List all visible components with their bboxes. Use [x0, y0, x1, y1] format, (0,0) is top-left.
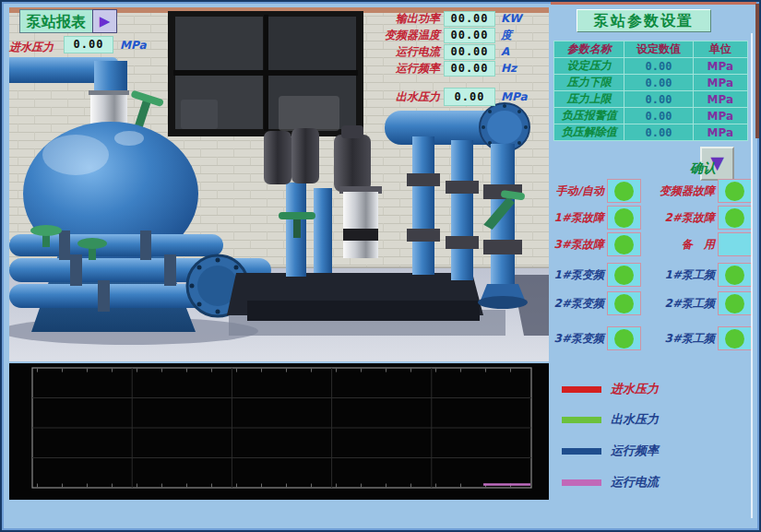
- indicator-row: 手动/自动 变频器故障: [547, 179, 752, 203]
- param-unit: MPa: [693, 58, 747, 75]
- outlet-pressure-label: 出水压力: [374, 89, 440, 105]
- spare-label: 备 用: [645, 237, 715, 253]
- inverter-temp-value: 00.00: [444, 28, 495, 43]
- param-name: 压力下限: [554, 75, 624, 91]
- spare-lamp[interactable]: [718, 232, 752, 256]
- param-value[interactable]: 0.00: [624, 91, 693, 108]
- outlet-pressure-unit: MPa: [501, 90, 528, 103]
- lamp-circle: [614, 208, 634, 228]
- table-row: 设定压力 0.00 MPa: [554, 58, 748, 75]
- run-current-label: 运行电流: [374, 44, 440, 60]
- param-value[interactable]: 0.00: [624, 75, 693, 91]
- pump1-vfd-lamp[interactable]: [607, 263, 641, 287]
- legend-swatch-inlet: [562, 386, 601, 393]
- play-icon[interactable]: ▶: [92, 9, 117, 33]
- output-row: 运行电流 00.00 A: [374, 43, 522, 60]
- param-value[interactable]: 0.00: [624, 108, 693, 124]
- indicator-row: 1#泵故障 2#泵故障: [547, 206, 752, 230]
- param-value[interactable]: 0.00: [624, 124, 693, 141]
- pump2-mains-lamp[interactable]: [718, 291, 752, 315]
- lamp-circle: [725, 182, 744, 201]
- report-button-label[interactable]: 泵站报表: [19, 9, 92, 33]
- param-value[interactable]: 0.00: [624, 58, 693, 75]
- window-reflection: [279, 96, 339, 131]
- param-name: 设定压力: [554, 58, 624, 75]
- header-set-value: 设定数值: [624, 41, 693, 58]
- triangle-down-icon: ▼: [702, 148, 732, 176]
- lamp-circle: [614, 329, 634, 349]
- legend-label-current: 运行电流: [611, 474, 659, 491]
- pump1-mains-label: 1#泵工频: [645, 267, 715, 283]
- table-row: 负压解除值 0.00 MPa: [554, 124, 748, 141]
- param-unit: MPa: [693, 108, 747, 124]
- pump2-fault-lamp[interactable]: [718, 206, 752, 230]
- indicator-row: 3#泵故障 备 用: [547, 232, 752, 256]
- outlet-pressure-row: 出水压力 0.00 MPa: [374, 89, 528, 105]
- run-current-value: 00.00: [444, 44, 495, 60]
- table-row: 压力上限 0.00 MPa: [554, 91, 748, 108]
- indicator-row: 3#泵变频 3#泵工频: [547, 326, 752, 350]
- output-power-label: 输出功率: [374, 11, 440, 27]
- pump1-fault-label: 1#泵故障: [547, 210, 604, 226]
- pump1-fault-lamp[interactable]: [607, 206, 641, 230]
- manual-auto-lamp[interactable]: [607, 179, 641, 203]
- lamp-circle: [725, 294, 744, 313]
- legend-label-outlet: 出水压力: [611, 411, 659, 428]
- report-button[interactable]: 泵站报表 ▶: [19, 9, 117, 33]
- inverter-temp-label: 变频器温度: [374, 28, 440, 43]
- manual-auto-label: 手动/自动: [547, 183, 604, 199]
- indicator-row: 1#泵变频 1#泵工频: [547, 263, 752, 287]
- table-row: 负压报警值 0.00 MPa: [554, 108, 748, 124]
- run-frequency-label: 运行频率: [374, 61, 440, 77]
- output-row: 运行频率 00.00 Hz: [374, 60, 522, 77]
- params-panel-title: 泵站参数设置: [577, 9, 711, 32]
- param-name: 负压报警值: [554, 108, 624, 124]
- pump3-mains-lamp[interactable]: [718, 326, 752, 350]
- pump-station-hmi-screen: 泵站报表 ▶ 进水压力 0.00 MPa 输出功率 00.00 KW 变频器温度…: [0, 0, 761, 532]
- lamp-circle: [614, 294, 634, 313]
- outlet-pressure-value: 0.00: [444, 88, 495, 106]
- run-current-unit: A: [501, 45, 509, 58]
- legend-label-frequency: 运行频率: [611, 443, 659, 459]
- pump-base: [227, 273, 483, 321]
- pump3-fault-lamp[interactable]: [607, 232, 641, 256]
- inlet-pressure-unit: MPa: [120, 39, 147, 52]
- lamp-circle: [725, 329, 744, 349]
- confirm-button[interactable]: ▼: [700, 147, 734, 181]
- param-unit: MPa: [693, 124, 747, 141]
- panel-divider-line: [751, 33, 753, 518]
- table-row: 压力下限 0.00 MPa: [554, 75, 748, 91]
- pump1-vfd-label: 1#泵变频: [547, 267, 604, 283]
- legend-swatch-frequency: [562, 448, 601, 455]
- run-frequency-unit: Hz: [501, 62, 517, 75]
- output-power-unit: KW: [501, 12, 522, 25]
- output-power-value: 00.00: [444, 11, 495, 27]
- lamp-circle: [614, 266, 634, 285]
- pump3-fault-label: 3#泵故障: [547, 237, 604, 253]
- inlet-pressure-label: 进水压力: [9, 40, 54, 55]
- param-name: 负压解除值: [554, 124, 624, 141]
- inverter-fault-label: 变频器故障: [645, 183, 715, 199]
- pump2-fault-label: 2#泵故障: [645, 210, 715, 226]
- pump-chrome-body: [343, 192, 378, 258]
- header-unit: 单位: [693, 41, 747, 58]
- pump3-mains-label: 3#泵工频: [645, 331, 715, 347]
- top-accent-strip: [551, 2, 756, 5]
- run-frequency-value: 00.00: [444, 61, 495, 77]
- pump3-vfd-label: 3#泵变频: [547, 331, 604, 347]
- param-unit: MPa: [693, 91, 747, 108]
- pump2-mains-label: 2#泵工频: [645, 296, 715, 312]
- pump1-mains-lamp[interactable]: [718, 263, 752, 287]
- params-table: 参数名称 设定数值 单位 设定压力 0.00 MPa 压力下限 0.00 MPa…: [553, 41, 748, 141]
- pump2-vfd-lamp[interactable]: [607, 291, 641, 315]
- trend-chart-grid: [9, 363, 549, 500]
- inlet-pressure-value: 0.00: [64, 36, 113, 53]
- lamp-circle: [614, 235, 634, 254]
- inverter-fault-lamp[interactable]: [718, 179, 752, 203]
- lamp-circle: [725, 266, 744, 285]
- legend-swatch-outlet: [562, 417, 601, 423]
- legend-swatch-current: [562, 479, 601, 486]
- pump3-vfd-lamp[interactable]: [607, 326, 641, 350]
- lamp-circle: [614, 182, 634, 201]
- indicator-row: 2#泵变频 2#泵工频: [547, 291, 752, 315]
